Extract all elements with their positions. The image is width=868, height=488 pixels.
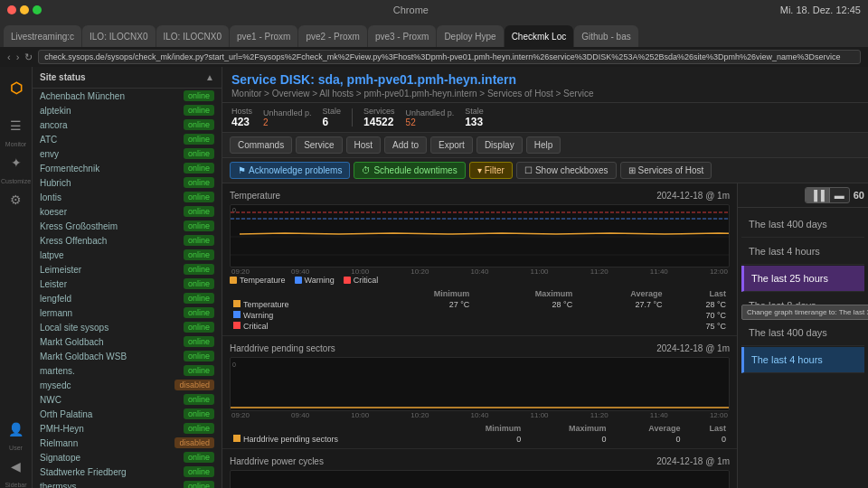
list-item[interactable]: lengfeld online [33,291,222,305]
system-time: Mi. 18. Dez. 12:45 [780,5,861,15]
mac-titlebar: Chrome Mi. 18. Dez. 12:45 [0,0,868,20]
sidebar-toggle-icon[interactable]: ◀ [3,453,30,480]
minimize-button[interactable] [20,5,29,14]
site-status-collapse-icon[interactable]: ▲ [205,72,214,82]
list-item[interactable]: NWC online [33,392,222,407]
site-name: Local site sysops [40,323,108,333]
site-name: NWC [40,395,61,405]
host-button[interactable]: Host [346,136,382,154]
setup-icon[interactable]: ⚙ [3,186,30,213]
list-item[interactable]: Leimeister online [33,262,222,277]
tab-0[interactable]: Livestreaming:c [4,25,81,47]
list-item[interactable]: mysedc disabled [33,378,222,392]
site-name: Kress Großostheim [40,221,118,231]
page-title: Service DISK: sda, pmh-pve01.pmh-heyn.in… [231,72,859,87]
list-item[interactable]: latpve online [33,248,222,262]
tab-5[interactable]: pve3 - Proxm [368,25,436,47]
list-item[interactable]: thermsys online [33,479,222,488]
list-item[interactable]: Markt Goldbach online [33,334,222,349]
list-item[interactable]: Signatope online [33,450,222,465]
list-item[interactable]: martens. online [33,363,222,378]
back-button[interactable]: ‹ [7,52,11,62]
forward-button[interactable]: › [16,52,20,62]
customize-icon[interactable]: ✦ [3,149,30,176]
site-name: martens. [40,366,75,376]
stale-value: 6 [323,116,342,128]
filter-button[interactable]: ▾ Filter [469,162,513,179]
mac-window-controls[interactable] [7,5,42,14]
reload-button[interactable]: ↻ [24,52,33,63]
time-option-400days-2[interactable]: The last 400 days Change graph timerange… [741,320,864,346]
overview-label: Monitor [5,141,26,147]
status-badge: online [184,192,214,202]
status-badge: online [184,105,214,116]
tab-1[interactable]: ILO: ILOCNX0 [82,25,155,47]
time-option-4hours-1[interactable]: The last 4 hours [741,239,864,265]
sidebar-label: Sidebar [5,482,26,488]
tab-8[interactable]: Github - bas [574,25,637,47]
show-checkboxes-button[interactable]: ☐ Show checkboxes [516,162,617,179]
list-item[interactable]: Hubrich online [33,175,222,190]
help-button[interactable]: Help [526,136,561,154]
list-item[interactable]: Iontis online [33,190,222,204]
services-unhandled-stat: Unhandled p. 52 [406,108,455,127]
checkmk-logo[interactable]: ⬡ [3,74,30,101]
icon-sidebar: ⬡ ☰ Monitor ✦ Customize ⚙ 👤 User ◀ Sideb… [0,67,33,488]
list-item[interactable]: Local site sysops online [33,320,222,334]
maximize-button[interactable] [33,5,42,14]
list-item[interactable]: PMH-Heyn online [33,421,222,436]
tab-7[interactable]: Checkmk Loc [505,25,574,47]
list-item[interactable]: Kress Offenbach online [33,233,222,248]
site-name: Rielmann [40,438,78,448]
list-item[interactable]: alptekin online [33,103,222,117]
list-item[interactable]: ATC online [33,132,222,146]
status-badge: online [184,351,214,361]
service-button[interactable]: Service [296,136,342,154]
display-button[interactable]: Display [476,136,523,154]
list-item[interactable]: ancora online [33,117,222,132]
address-input[interactable] [38,50,861,64]
time-option-4hours-2[interactable]: The last 4 hours [741,347,864,373]
list-item[interactable]: Markt Goldbach WSB online [33,349,222,363]
mini-tb-btn-2[interactable]: ▬ [830,188,849,202]
time-option-25hours[interactable]: The last 25 hours [741,266,864,292]
site-name: Hubrich [40,178,71,188]
tab-6[interactable]: Deploy Hype [437,25,503,47]
list-item[interactable]: Formentechnik online [33,161,222,175]
export-button[interactable]: Export [430,136,473,154]
tab-2[interactable]: ILO: ILOCNX0 [156,25,229,47]
schedule-button[interactable]: ⏱ Schedule downtimes [354,162,465,179]
time-option-400days-1[interactable]: The last 400 days [741,211,864,238]
list-item[interactable]: envy online [33,146,222,161]
list-item[interactable]: Orth Palatina online [33,407,222,421]
right-panel: ▐▐ ▬ 60 The last 400 days The last 4 hou… [737,183,868,488]
status-badge: disabled [175,380,214,390]
list-item[interactable]: Achenbach München online [33,89,222,103]
svg-text:0: 0 [232,361,236,368]
mini-tb-btn-1[interactable]: ▐▐ [806,188,830,202]
tab-4[interactable]: pve2 - Proxm [298,25,366,47]
services-of-host-button[interactable]: ⊞ Services of Host [620,162,712,179]
list-item[interactable]: koeser online [33,204,222,219]
browser-tabs: Livestreaming:c ILO: ILOCNX0 ILO: ILOCNX… [0,20,868,47]
user-icon[interactable]: 👤 [3,416,30,443]
list-item[interactable]: Kress Großostheim online [33,219,222,233]
list-item[interactable]: Leister online [33,277,222,291]
tab-3[interactable]: pve1 - Proxm [230,25,297,47]
schedule-label: Schedule downtimes [373,165,457,175]
add-to-button[interactable]: Add to [384,136,427,154]
acknowledge-button[interactable]: ⚑ Acknowledge problems [230,162,350,179]
list-item[interactable]: Rielmann disabled [33,436,222,450]
site-name: envy [40,149,59,159]
acknowledge-icon: ⚑ [238,165,246,175]
services-label: Services [363,107,395,116]
site-sidebar: Site status ▲ Achenbach München online a… [33,67,222,488]
list-item[interactable]: Stadtwerke Friedberg online [33,465,222,479]
services-stat: Services 14522 [363,107,395,128]
overview-icon[interactable]: ☰ [3,112,30,139]
commands-button[interactable]: Commands [230,136,292,154]
close-button[interactable] [7,5,16,14]
temperature-svg: 0 [231,205,729,268]
time-option-label: The last 4 hours [749,246,820,257]
list-item[interactable]: lermann online [33,305,222,320]
